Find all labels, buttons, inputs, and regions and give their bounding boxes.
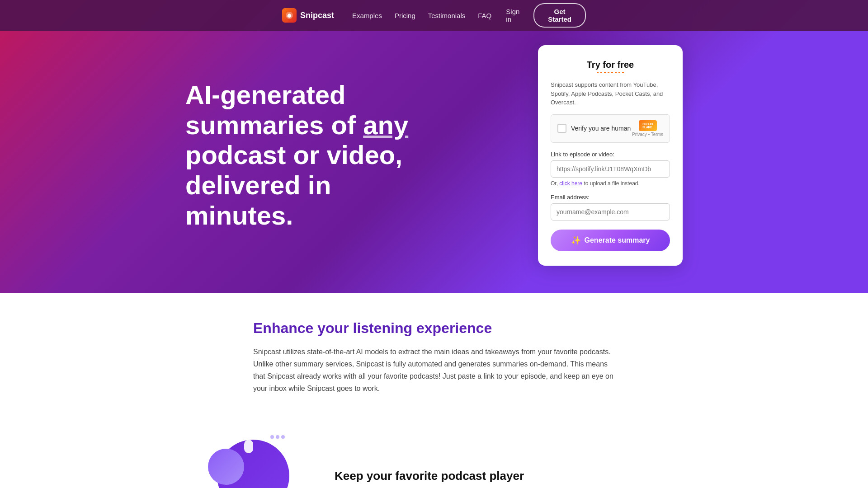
headline-any: any — [363, 110, 408, 140]
nav-right: Sign in Get Started — [506, 3, 586, 28]
nav-links: Examples Pricing Testimonials FAQ — [352, 12, 491, 19]
link-input[interactable] — [551, 160, 670, 178]
podcast-illustration — [208, 431, 307, 488]
nav-link-faq[interactable]: FAQ — [478, 12, 491, 19]
card-description: Snipcast supports content from YouTube, … — [551, 80, 670, 107]
enhance-body: Snipcast utilizes state-of-the-art AI mo… — [253, 346, 615, 395]
sparkle-icon: ✨ — [571, 235, 581, 245]
email-field-label: Email address: — [551, 194, 670, 201]
card-title: Try for free — [551, 60, 670, 70]
bottom-section: Keep your favorite podcast player — [0, 413, 868, 488]
enhance-heading: Enhance your listening experience — [253, 320, 615, 337]
cf-links: Privacy • Terms — [632, 132, 663, 137]
generate-summary-button[interactable]: ✨ Generate summary — [551, 230, 670, 251]
pod-mic — [244, 440, 253, 453]
bottom-text: Keep your favorite podcast player — [335, 469, 524, 483]
headline-part1: AI-generated summaries of — [185, 80, 363, 140]
nav-link-pricing[interactable]: Pricing — [395, 12, 415, 19]
captcha-checkbox[interactable] — [557, 124, 566, 133]
nav-link-examples[interactable]: Examples — [352, 12, 382, 19]
cf-privacy-link[interactable]: Privacy — [632, 132, 647, 137]
verify-text: Verify you are human — [571, 125, 632, 132]
cloudflare-logo-area: CLOUDFLARE Privacy • Terms — [632, 120, 663, 137]
nav-logo[interactable]: Snipcast — [282, 8, 334, 23]
signin-link[interactable]: Sign in — [506, 8, 524, 23]
cf-terms-link[interactable]: Terms — [651, 132, 663, 137]
pod-circle-small — [208, 449, 244, 485]
try-free-card: Try for free Snipcast supports content f… — [538, 45, 683, 266]
hero-headline: AI-generated summaries of any podcast or… — [185, 80, 439, 230]
bottom-heading: Keep your favorite podcast player — [335, 469, 524, 483]
upload-text: Or, click here to upload a file instead. — [551, 180, 670, 187]
get-started-button[interactable]: Get Started — [533, 3, 586, 28]
upload-prefix: Or, — [551, 180, 558, 187]
generate-label: Generate summary — [585, 236, 650, 244]
headline-part2: podcast or video, delivered in minutes. — [185, 140, 402, 230]
hero-section: AI-generated summaries of any podcast or… — [0, 0, 868, 293]
link-field-label: Link to episode or video: — [551, 151, 670, 158]
pod-dots — [270, 435, 285, 439]
navbar: Snipcast Examples Pricing Testimonials F… — [0, 0, 868, 31]
logo-label: Snipcast — [300, 11, 334, 20]
logo-icon — [282, 8, 297, 23]
card-title-underline — [597, 72, 624, 73]
hero-text: AI-generated summaries of any podcast or… — [185, 80, 439, 230]
enhance-section: Enhance your listening experience Snipca… — [0, 293, 868, 413]
cloudflare-captcha[interactable]: Verify you are human CLOUDFLARE Privacy … — [551, 114, 670, 143]
email-input[interactable] — [551, 203, 670, 221]
upload-link[interactable]: click here — [559, 180, 582, 187]
upload-suffix: to upload a file instead. — [584, 180, 639, 187]
cloudflare-logo: CLOUDFLARE — [639, 120, 657, 131]
nav-link-testimonials[interactable]: Testimonials — [428, 12, 466, 19]
